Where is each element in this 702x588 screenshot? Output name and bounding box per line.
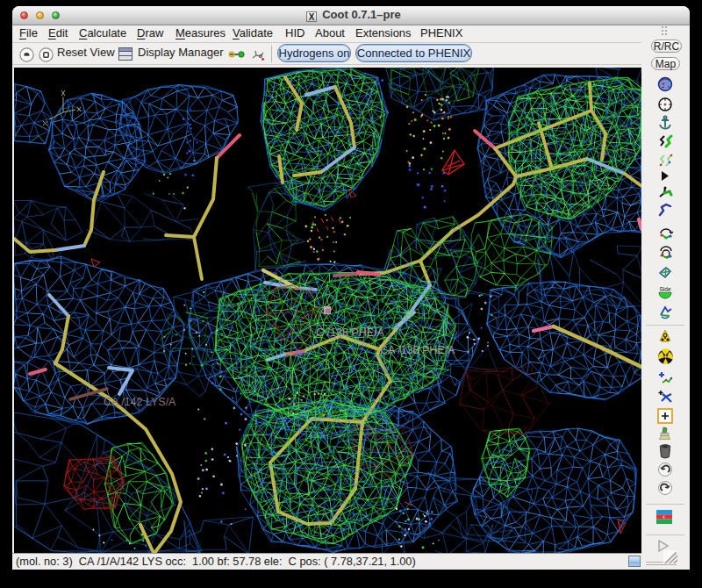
svg-text:B: B xyxy=(326,307,330,315)
svg-text:CA /142 LYS/A: CA /142 LYS/A xyxy=(104,396,176,408)
svg-text:CA /138 PHE/A: CA /138 PHE/A xyxy=(380,344,455,356)
svg-text:Side: Side xyxy=(659,286,670,292)
svg-text:C /138 PHE/A: C /138 PHE/A xyxy=(316,326,384,339)
